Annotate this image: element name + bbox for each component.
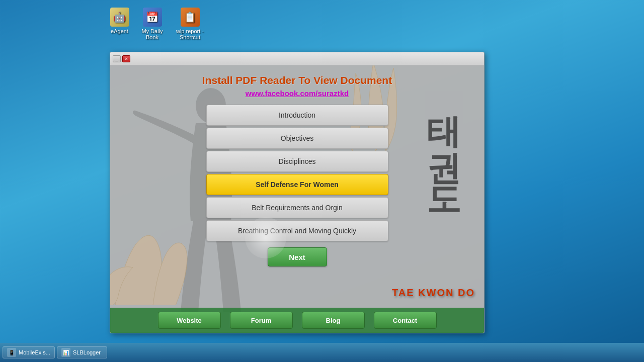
next-button-container: Next xyxy=(110,247,484,266)
toolbar-contact-button[interactable]: Contact xyxy=(374,312,437,329)
title-bar: _ ✕ xyxy=(110,52,484,65)
minimize-button[interactable]: _ xyxy=(113,55,121,62)
toolbar-website-button[interactable]: Website xyxy=(158,312,221,329)
window-content: 태권도 I xyxy=(110,65,484,333)
desktop-icon-wip-report[interactable]: 📋 wip report - Shortcut xyxy=(171,8,209,40)
toolbar-forum-button[interactable]: Forum xyxy=(230,312,293,329)
install-text: Install PDF Reader To View Document xyxy=(115,74,479,86)
next-button[interactable]: Next xyxy=(268,247,327,266)
header-section: Install PDF Reader To View Document www.… xyxy=(110,65,484,102)
menu-btn-disciplinces[interactable]: Disciplinces xyxy=(206,151,388,172)
toolbar-blog-button[interactable]: Blog xyxy=(302,312,365,329)
facebook-url: www.facebook.com/suraztkd xyxy=(115,89,479,98)
desktop-icon-eagent[interactable]: 🤖 eAgent xyxy=(103,8,136,34)
menu-btn-objectives[interactable]: Objectives xyxy=(206,128,388,149)
menu-btn-self-defense[interactable]: Self Defense For Women xyxy=(206,174,388,195)
menu-btn-belt-requirements[interactable]: Belt Requirements and Orgin xyxy=(206,197,388,218)
close-button[interactable]: ✕ xyxy=(122,55,130,62)
taskbar-item-slblogger[interactable]: 📊 SLBLogger xyxy=(57,346,107,358)
menu-buttons: Introduction Objectives Disciplinces Sel… xyxy=(110,105,484,241)
menu-btn-breathing[interactable]: Breathing Control and Moving Quickly xyxy=(206,220,388,241)
tkd-text: TAE KWON DO xyxy=(392,287,475,299)
taskbar-item-mobilex[interactable]: 📱 MobileEx s... xyxy=(3,346,55,358)
taskbar: 📱 MobileEx s... 📊 SLBLogger xyxy=(0,343,644,362)
bottom-toolbar: Website Forum Blog Contact xyxy=(110,308,484,333)
desktop-icon-daily-book[interactable]: 📅 My Daily Book xyxy=(136,8,169,40)
main-window: _ ✕ xyxy=(110,52,485,333)
menu-btn-introduction[interactable]: Introduction xyxy=(206,105,388,126)
